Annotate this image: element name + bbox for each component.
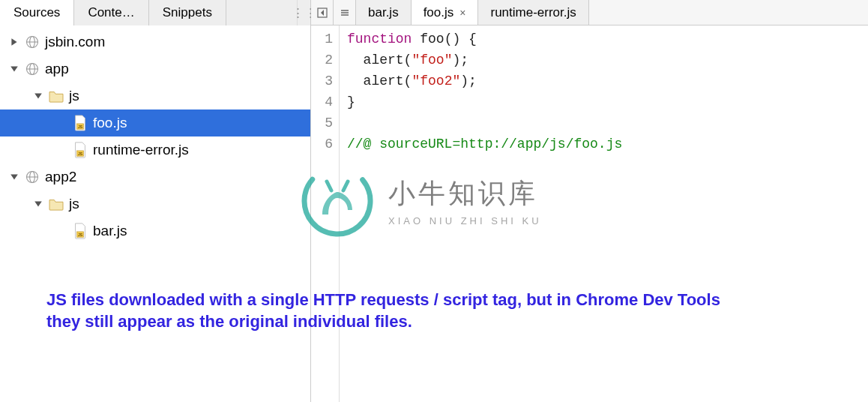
svg-marker-4 xyxy=(10,66,18,71)
file-tree-domain[interactable]: app2 xyxy=(0,164,310,190)
file-tree-folder[interactable]: js xyxy=(0,190,310,218)
tree-item-label: app2 xyxy=(45,169,304,185)
sources-panel: Sources Conte… Snippets ⋮⋮ jsbin.comappj… xyxy=(0,0,311,402)
tree-item-label: runtime-error.js xyxy=(93,142,304,158)
chevron-right-icon[interactable] xyxy=(9,37,19,47)
svg-marker-17 xyxy=(34,201,42,206)
tree-item-label: foo.js xyxy=(93,115,304,131)
file-tree: jsbin.comappjsJSfoo.jsJSruntime-error.js… xyxy=(0,26,310,250)
tree-item-label: js xyxy=(69,196,304,212)
file-tree-domain[interactable]: jsbin.com xyxy=(0,28,310,56)
globe-icon xyxy=(24,34,40,50)
chevron-right-icon[interactable] xyxy=(57,118,67,128)
code-content: function foo() { alert("foo"); alert("fo… xyxy=(340,26,868,402)
tab-content-scripts[interactable]: Conte… xyxy=(74,0,148,26)
chevron-down-icon[interactable] xyxy=(33,91,43,101)
tab-label: Conte… xyxy=(88,5,134,20)
js-file-icon: JS xyxy=(72,115,88,131)
editor-tab[interactable]: bar.js xyxy=(356,0,412,25)
svg-text:JS: JS xyxy=(78,152,83,156)
js-file-icon: JS xyxy=(72,223,88,239)
editor-tab-label: runtime-error.js xyxy=(490,5,576,20)
chevron-down-icon[interactable] xyxy=(33,199,43,209)
annotation-caption: JS files downloaded with a single HTTP r… xyxy=(46,289,756,332)
svg-marker-13 xyxy=(10,174,18,179)
tab-sources[interactable]: Sources xyxy=(0,0,74,26)
file-tree-folder[interactable]: js xyxy=(0,82,310,110)
chevron-down-icon[interactable] xyxy=(9,172,19,182)
editor-tab[interactable]: foo.js× xyxy=(412,0,479,25)
code-editor[interactable]: 1 2 3 4 5 6 function foo() { alert("foo"… xyxy=(311,26,868,402)
tree-item-label: app xyxy=(45,61,304,77)
tab-snippets[interactable]: Snippets xyxy=(149,0,226,26)
folder-icon xyxy=(48,196,64,212)
nav-list-icon[interactable] xyxy=(334,0,356,25)
editor-tab[interactable]: runtime-error.js xyxy=(478,0,588,25)
tab-label: Snippets xyxy=(163,5,212,20)
svg-text:JS: JS xyxy=(78,124,83,129)
chevron-right-icon[interactable] xyxy=(57,226,67,236)
globe-icon xyxy=(24,61,40,77)
close-icon[interactable]: × xyxy=(459,7,465,19)
editor-tabbar: bar.jsfoo.js×runtime-error.js xyxy=(311,0,868,26)
nav-back-icon[interactable] xyxy=(311,0,334,25)
drag-handle-icon[interactable]: ⋮⋮ xyxy=(297,0,310,26)
globe-icon xyxy=(24,169,40,185)
tree-item-label: jsbin.com xyxy=(45,34,304,50)
editor-panel: bar.jsfoo.js×runtime-error.js 1 2 3 4 5 … xyxy=(311,0,868,402)
file-tree-file[interactable]: JSfoo.js xyxy=(0,110,310,136)
folder-icon xyxy=(48,88,64,104)
left-tabbar: Sources Conte… Snippets ⋮⋮ xyxy=(0,0,310,26)
svg-marker-8 xyxy=(34,93,42,98)
file-tree-domain[interactable]: app xyxy=(0,56,310,82)
editor-tab-label: foo.js xyxy=(424,5,454,20)
svg-marker-21 xyxy=(321,10,324,16)
file-tree-file[interactable]: JSruntime-error.js xyxy=(0,136,310,164)
editor-tab-label: bar.js xyxy=(368,5,399,20)
js-file-icon: JS xyxy=(72,142,88,158)
code-gutter: 1 2 3 4 5 6 xyxy=(311,26,340,402)
chevron-down-icon[interactable] xyxy=(9,64,19,74)
tree-item-label: bar.js xyxy=(93,223,304,239)
svg-text:JS: JS xyxy=(78,232,83,237)
svg-marker-0 xyxy=(11,38,16,46)
tree-item-label: js xyxy=(69,88,304,104)
file-tree-file[interactable]: JSbar.js xyxy=(0,218,310,244)
chevron-right-icon[interactable] xyxy=(57,145,67,155)
tab-label: Sources xyxy=(13,5,60,20)
